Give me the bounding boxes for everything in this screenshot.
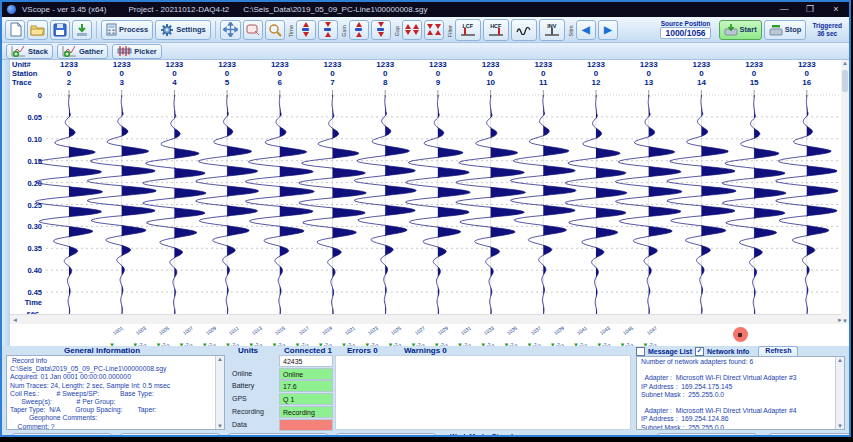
svg-text:0.35: 0.35 [27, 244, 42, 253]
open-file-button[interactable] [27, 20, 48, 40]
calculator-icon [106, 23, 117, 36]
errors-header: Errors 0 [347, 346, 378, 355]
file-path: C:\Seis_Data\2019_05_09_PC-Line1\0000000… [243, 5, 427, 14]
general-info-line: Sweep(s): # Per Group: [10, 398, 222, 406]
gain-down-button[interactable] [371, 20, 391, 40]
trace-header-unit-value: 1233 [148, 60, 200, 69]
bottom-tab[interactable]: < Noise > [120, 433, 220, 437]
vertical-scrollbar-thumb[interactable] [842, 70, 848, 92]
bottom-tab[interactable]: < Contact > [228, 433, 328, 437]
gain-up-icon [355, 22, 362, 37]
picker-button[interactable]: Picker [112, 44, 162, 59]
network-info-line [641, 399, 834, 407]
select-button[interactable] [243, 20, 263, 40]
gather-plot-icon [62, 45, 77, 57]
scroll-up-icon[interactable]: ▲ [840, 60, 850, 66]
gap-decrease-button[interactable] [424, 20, 444, 40]
gap-increase-button[interactable] [402, 20, 422, 40]
minimize-button[interactable]: — [771, 2, 797, 17]
svg-text:Time: Time [25, 298, 42, 307]
toolbar-separator [96, 21, 97, 39]
message-area [335, 355, 631, 430]
trace-header-trace-value: 3 [96, 78, 148, 87]
source-position-label: Source Position [661, 20, 710, 27]
gap-increase-icon [405, 24, 411, 35]
hcf-button[interactable]: HCF [483, 19, 509, 41]
network-info-checkbox[interactable]: ✓ [695, 347, 704, 356]
general-info-line: Taper Type: N/A Group Spacing: Taper: [10, 406, 222, 414]
previous-icon: ◀ [582, 24, 590, 35]
next-record-button[interactable]: ▶ [598, 20, 618, 40]
gather-button[interactable]: Gather [57, 44, 108, 59]
trace-header-trace-value: 6 [254, 78, 306, 87]
general-info-scrollbar[interactable]: ▲ ▼ [215, 356, 224, 429]
zoom-button[interactable] [265, 20, 285, 40]
maximize-button[interactable]: ❐ [797, 2, 823, 17]
network-info-line: Adapter : Microsoft Wi-Fi Direct Virtual… [641, 407, 834, 415]
stack-button[interactable]: Stack [6, 44, 53, 59]
main-toolbar: Process Settings Time Gain Gap Filter LC… [2, 17, 849, 43]
scroll-up-icon[interactable]: ▲ [835, 357, 845, 363]
bottom-tab[interactable]: < Layout > [336, 433, 436, 437]
stop-label: Stop [785, 25, 802, 34]
seismic-plot-area[interactable]: 00.050.100.150.200.250.300.350.400.45Tim… [10, 88, 845, 314]
scroll-up-icon[interactable]: ▲ [215, 356, 225, 362]
bottom-tab[interactable]: < Start Real Time > [657, 433, 757, 437]
general-info-line: Record Info [10, 357, 222, 365]
trace-header-trace-value: 13 [623, 78, 675, 87]
inv-button[interactable]: INV [539, 19, 565, 41]
trace-header-unit-value: 1233 [728, 60, 780, 69]
work-mode-label: Work Mode: Signal [450, 433, 513, 437]
source-position-marker[interactable] [733, 327, 748, 342]
message-list-checkbox[interactable] [636, 347, 645, 356]
new-file-button[interactable] [5, 20, 25, 40]
general-info-line: Comment: ? [10, 423, 222, 430]
status-row-label: Online [229, 368, 277, 380]
stop-button[interactable]: Stop [764, 20, 807, 40]
start-button[interactable]: Start [719, 20, 762, 40]
gain-down-icon [377, 22, 384, 37]
time-compress-button[interactable] [318, 20, 338, 40]
vertical-scrollbar[interactable]: ▲ ▼ [841, 60, 849, 324]
next-icon: ▶ [604, 24, 612, 35]
import-button[interactable] [72, 20, 92, 40]
trace-header-trace-value: 8 [359, 78, 411, 87]
settings-button[interactable]: Settings [155, 20, 211, 40]
scroll-down-icon[interactable]: ▼ [835, 423, 845, 429]
time-expand-button[interactable] [296, 20, 316, 40]
scroll-down-icon[interactable]: ▼ [215, 423, 225, 429]
picker-ruler-icon [117, 45, 132, 57]
warnings-header: Warnings 0 [404, 346, 447, 355]
previous-record-button[interactable]: ◀ [576, 20, 596, 40]
status-row-value: 42435 [279, 355, 333, 367]
trace-header-trace-value: 11 [517, 78, 569, 87]
trace-header-unit-value: 1233 [517, 60, 569, 69]
status-panel: General Information Units Connected 1 Er… [2, 346, 849, 432]
bottom-tab[interactable]: < Stop Real Time > [769, 433, 849, 437]
svg-text:0: 0 [38, 91, 42, 100]
process-button[interactable]: Process [101, 20, 153, 40]
close-button[interactable]: × [823, 2, 849, 17]
gain-up-button[interactable] [349, 20, 369, 40]
trace-header-trace-value: 9 [412, 78, 464, 87]
general-info-line: Coil Res.: # Sweeps/SP: Base Type: [10, 390, 222, 398]
refresh-button[interactable]: Refresh [758, 346, 798, 357]
bottom-tab[interactable]: < Status > [12, 433, 112, 437]
source-position-value: 1000/1056 [660, 27, 710, 39]
general-info-box[interactable]: ▲ ▼ Record InfoC:\Seis_Data\2019_05_09_P… [6, 355, 225, 430]
lcf-button[interactable]: LCF [455, 19, 481, 41]
gap-increase-icon2 [413, 24, 419, 35]
wave-filter-button[interactable] [511, 19, 537, 41]
save-button[interactable] [50, 20, 70, 40]
network-info-box[interactable]: ▲ ▼ Number of network adapters found: 6 … [636, 356, 845, 430]
filter-group-label: Filter [446, 20, 453, 40]
trace-header-trace-value: 14 [675, 78, 727, 87]
svg-text:0.10: 0.10 [27, 135, 42, 144]
trace-header-station-value: 0 [96, 69, 148, 78]
pan-button[interactable] [220, 20, 241, 40]
scroll-left-icon[interactable]: ◄ [10, 317, 20, 323]
expand-arrows-icon [302, 22, 309, 37]
horizontal-scrollbar[interactable]: ◄ ► [10, 314, 845, 324]
network-info-line: IP Address : 169.254.124.86 [641, 415, 834, 423]
network-info-scrollbar[interactable]: ▲ ▼ [835, 357, 844, 429]
